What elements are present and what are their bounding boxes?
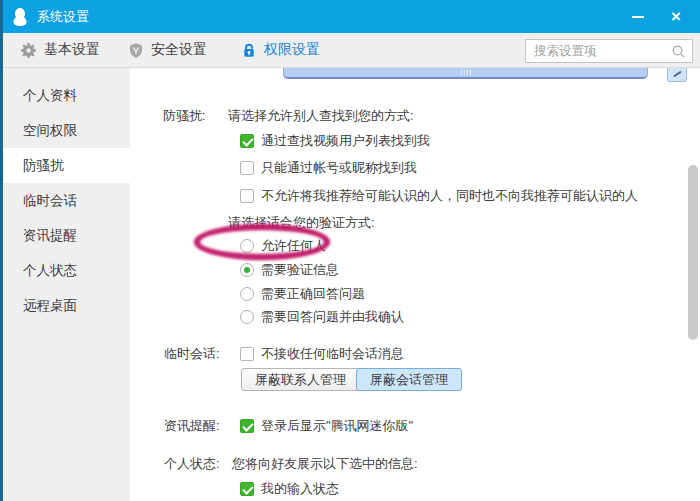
lock-icon [241,42,257,59]
radio-button[interactable] [240,239,254,253]
settings-search-box [525,39,693,63]
minimize-button[interactable] [626,7,650,27]
radio-label: 需要验证信息 [261,261,339,279]
settings-content: 防骚扰: 请选择允许别人查找到您的方式: 通过查找视频用户列表找到我 只能通过帐… [130,68,700,501]
close-button[interactable]: × [664,7,688,27]
checkbox[interactable] [240,419,254,433]
sidebar-item-temp-session[interactable]: 临时会话 [3,183,130,218]
sidebar-item-profile[interactable]: 个人资料 [3,78,130,113]
checkbox-label: 不允许将我推荐给可能认识的人，同时也不向我推荐可能认识的人 [261,187,638,205]
qq-penguin-icon [10,7,30,27]
checkbox-row: 我的输入状态 [240,480,339,498]
sidebar-item-personal-status[interactable]: 个人状态 [3,253,130,288]
verify-method-prompt: 请选择适合您的验证方式: [228,214,375,232]
section-label-news-alert: 资讯提醒: [164,417,220,435]
window-left-border [0,0,3,501]
checkbox-label: 登录后显示"腾讯网迷你版" [261,417,413,435]
settings-sidebar: 个人资料 空间权限 防骚扰 临时会话 资讯提醒 个人状态 远程桌面 [3,68,130,501]
checkbox-row: 通过查找视频用户列表找到我 [240,132,430,150]
settings-window: 系统设置 × 基本设置 [0,0,700,501]
blocked-sessions-button[interactable]: 屏蔽会话管理 [356,368,462,391]
tab-label: 基本设置 [44,41,100,59]
checkbox[interactable] [240,134,254,148]
sidebar-item-space-permission[interactable]: 空间权限 [3,113,130,148]
tab-permission-settings[interactable]: 权限设置 [241,41,320,59]
sidebar-item-news-alert[interactable]: 资讯提醒 [3,218,130,253]
tab-security-settings[interactable]: 安全设置 [128,41,207,59]
checkbox-row: 登录后显示"腾讯网迷你版" [240,417,413,435]
checkbox-row: 不接收任何临时会话消息 [240,345,404,363]
radio-row: 允许任何人 [240,237,326,255]
checkbox[interactable] [240,189,254,203]
horizontal-scrollbar-partial[interactable] [283,68,648,79]
checkbox-row: 只能通过帐号或昵称找到我 [240,159,417,177]
checkbox-label: 只能通过帐号或昵称找到我 [261,159,417,177]
checkbox-label: 我的输入状态 [261,480,339,498]
tab-label: 权限设置 [264,41,320,59]
checkbox[interactable] [240,347,254,361]
radio-row: 需要回答问题并由我确认 [240,308,404,326]
radio-row: 需要正确回答问题 [240,285,365,303]
radio-label: 允许任何人 [261,237,326,255]
tab-label: 安全设置 [151,41,207,59]
search-icon [671,44,686,59]
checkbox-row: 不允许将我推荐给可能认识的人，同时也不向我推荐可能认识的人 [240,187,638,205]
radio-label: 需要回答问题并由我确认 [261,308,404,326]
close-icon: × [671,8,681,25]
radio-label: 需要正确回答问题 [261,285,365,303]
blocked-contacts-button[interactable]: 屏蔽联系人管理 [241,368,360,391]
shield-icon [128,42,144,59]
tab-basic-settings[interactable]: 基本设置 [20,41,100,59]
find-method-prompt: 请选择允许别人查找到您的方式: [228,107,414,125]
radio-button[interactable] [240,310,254,324]
gear-icon [20,42,37,59]
title-bar: 系统设置 × [0,0,700,33]
checkbox[interactable] [240,161,254,175]
radio-button[interactable] [240,263,254,277]
search-input[interactable] [526,44,671,58]
tab-bar: 基本设置 安全设置 权限设置 [3,33,700,68]
window-title: 系统设置 [37,8,89,26]
minimize-icon [632,16,644,18]
scroll-corner-button[interactable] [667,68,687,82]
scrollbar-grip [461,70,471,75]
section-label-personal-status: 个人状态: [164,455,220,473]
checkbox[interactable] [240,482,254,496]
radio-button[interactable] [240,287,254,301]
sidebar-item-anti-harassment[interactable]: 防骚扰 [3,148,130,183]
checkbox-label: 通过查找视频用户列表找到我 [261,132,430,150]
slant-icon [673,71,682,78]
section-label-temp-session: 临时会话: [164,345,220,363]
section-label-anti-harassment: 防骚扰: [163,107,206,125]
checkbox-label: 不接收任何临时会话消息 [261,345,404,363]
sidebar-item-remote-desktop[interactable]: 远程桌面 [3,288,130,323]
vertical-scrollbar-thumb[interactable] [688,165,698,340]
radio-row: 需要验证信息 [240,261,339,279]
personal-status-prompt: 您将向好友展示以下选中的信息: [232,455,418,473]
